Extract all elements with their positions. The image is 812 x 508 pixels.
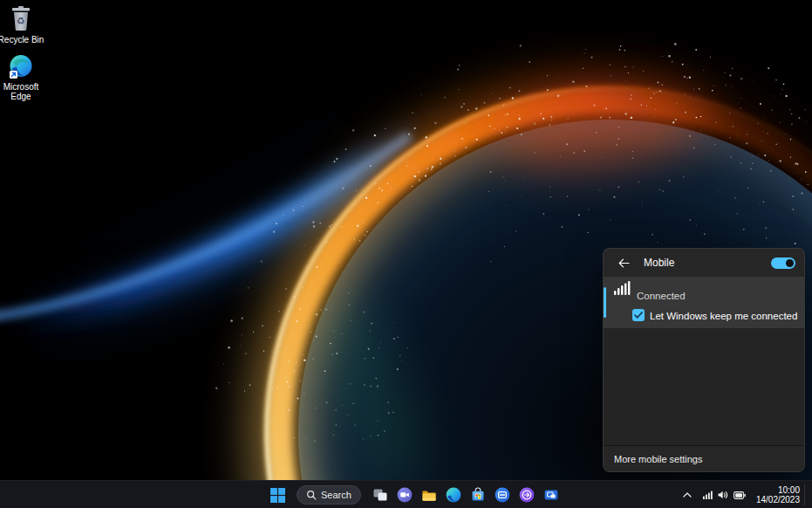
- speaker-icon: [718, 491, 728, 499]
- desktop: ♻ Recycle Bin Microsoft Edge: [0, 0, 812, 508]
- flyout-title: Mobile: [644, 257, 674, 269]
- connection-item[interactable]: Connected Let Windows keep me connected: [604, 277, 804, 328]
- mobile-toggle[interactable]: [771, 257, 795, 269]
- show-desktop-button[interactable]: [804, 484, 809, 505]
- phone-link-button[interactable]: [541, 484, 562, 505]
- microsoft-store-icon: [470, 487, 486, 503]
- desktop-icon-recycle-bin[interactable]: ♻ Recycle Bin: [0, 4, 45, 45]
- keep-connected-checkbox[interactable]: [632, 309, 645, 321]
- phone-link-icon: [543, 487, 559, 503]
- search-icon: [306, 490, 317, 500]
- desktop-icon-microsoft-edge[interactable]: Microsoft Edge: [0, 54, 45, 101]
- cellular-tray-icon: [703, 491, 713, 499]
- file-explorer-button[interactable]: [419, 484, 440, 505]
- task-view-button[interactable]: [370, 484, 391, 505]
- mobile-settings-flyout: Mobile Connected Let Windows keep me con…: [603, 248, 805, 472]
- edge-icon: [9, 54, 34, 79]
- clock-date: 14/02/2023: [756, 495, 800, 505]
- hidden-icons-button[interactable]: [679, 484, 695, 505]
- desktop-icon-label: Microsoft Edge: [0, 82, 45, 101]
- back-button[interactable]: [612, 252, 635, 273]
- search-label: Search: [321, 490, 351, 500]
- recycle-bin-icon: ♻: [8, 4, 34, 32]
- svg-text:♻: ♻: [17, 16, 25, 26]
- quick-assist-button[interactable]: [492, 484, 513, 505]
- file-explorer-icon: [421, 487, 437, 503]
- get-started-icon: [519, 487, 535, 503]
- windows-start-icon: [270, 488, 285, 503]
- edge-taskbar-icon: [446, 487, 461, 503]
- keep-connected-label: Let Windows keep me connected: [650, 311, 797, 321]
- flyout-body: [604, 328, 804, 445]
- clock[interactable]: 10:00 14/02/2023: [756, 485, 802, 505]
- cellular-signal-icon: [614, 281, 631, 295]
- taskbar: Search: [0, 480, 812, 508]
- search-box[interactable]: Search: [297, 485, 361, 505]
- quick-assist-icon: [495, 487, 510, 503]
- edge-button[interactable]: [443, 484, 464, 505]
- selected-accent-bar: [604, 287, 606, 318]
- desktop-icon-label: Recycle Bin: [0, 35, 44, 45]
- toggle-knob: [786, 259, 794, 267]
- flyout-header: Mobile: [604, 249, 804, 277]
- start-button[interactable]: [267, 484, 288, 505]
- network-volume-battery-group[interactable]: [697, 484, 752, 505]
- battery-icon: [734, 491, 746, 499]
- get-started-button[interactable]: [516, 484, 537, 505]
- connection-status: Connected: [637, 291, 686, 301]
- chat-icon: [397, 487, 413, 503]
- chevron-up-icon: [683, 492, 692, 498]
- more-mobile-settings-link[interactable]: More mobile settings: [604, 445, 804, 471]
- taskbar-center-group: Search: [267, 484, 562, 505]
- checkmark-icon: [634, 312, 643, 319]
- system-tray: 10:00 14/02/2023: [679, 481, 809, 508]
- arrow-left-icon: [618, 258, 630, 268]
- chat-button[interactable]: [394, 484, 415, 505]
- microsoft-store-button[interactable]: [467, 484, 488, 505]
- task-view-icon: [372, 487, 388, 503]
- clock-time: 10:00: [756, 485, 800, 496]
